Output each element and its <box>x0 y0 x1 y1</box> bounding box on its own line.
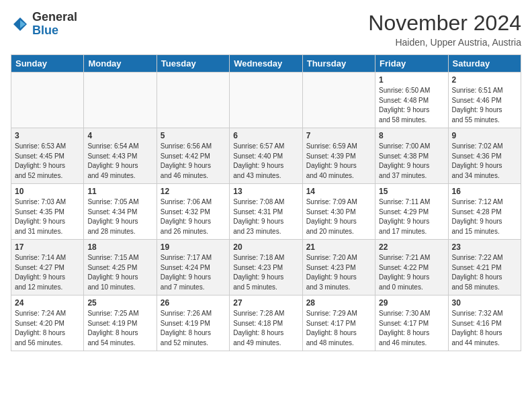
weekday-header: Wednesday <box>230 55 302 73</box>
calendar-cell: 7Sunrise: 6:59 AM Sunset: 4:39 PM Daylig… <box>302 128 375 184</box>
day-number: 13 <box>233 187 298 196</box>
calendar-cell: 20Sunrise: 7:18 AM Sunset: 4:23 PM Dayli… <box>230 240 302 295</box>
day-number: 12 <box>161 187 226 196</box>
calendar-cell: 3Sunrise: 6:53 AM Sunset: 4:45 PM Daylig… <box>11 128 84 184</box>
calendar-cell: 18Sunrise: 7:15 AM Sunset: 4:25 PM Dayli… <box>84 240 157 295</box>
day-number: 23 <box>452 242 517 252</box>
day-number: 10 <box>15 187 80 196</box>
weekday-header: Friday <box>375 55 448 73</box>
calendar-cell: 11Sunrise: 7:05 AM Sunset: 4:34 PM Dayli… <box>84 184 157 240</box>
day-info: Sunrise: 7:03 AM Sunset: 4:35 PM Dayligh… <box>15 197 80 236</box>
calendar-cell <box>11 73 84 128</box>
calendar-cell <box>84 73 157 128</box>
calendar-cell: 28Sunrise: 7:29 AM Sunset: 4:17 PM Dayli… <box>302 295 375 351</box>
day-info: Sunrise: 7:09 AM Sunset: 4:30 PM Dayligh… <box>306 197 371 236</box>
calendar-cell: 10Sunrise: 7:03 AM Sunset: 4:35 PM Dayli… <box>11 184 84 240</box>
day-info: Sunrise: 6:51 AM Sunset: 4:46 PM Dayligh… <box>452 86 517 125</box>
day-number: 5 <box>161 131 226 140</box>
day-info: Sunrise: 7:02 AM Sunset: 4:36 PM Dayligh… <box>452 142 517 181</box>
day-number: 22 <box>379 242 444 252</box>
day-number: 3 <box>15 131 80 140</box>
calendar-cell: 17Sunrise: 7:14 AM Sunset: 4:27 PM Dayli… <box>11 240 84 295</box>
day-info: Sunrise: 7:00 AM Sunset: 4:38 PM Dayligh… <box>379 142 444 181</box>
page-header: General Blue November 2024 Haiden, Upper… <box>11 11 521 48</box>
day-info: Sunrise: 7:22 AM Sunset: 4:21 PM Dayligh… <box>452 253 517 292</box>
day-info: Sunrise: 7:05 AM Sunset: 4:34 PM Dayligh… <box>87 197 152 236</box>
calendar-week-row: 1Sunrise: 6:50 AM Sunset: 4:48 PM Daylig… <box>11 73 521 128</box>
weekday-header: Thursday <box>302 55 375 73</box>
day-info: Sunrise: 7:20 AM Sunset: 4:23 PM Dayligh… <box>306 253 371 292</box>
calendar-cell: 2Sunrise: 6:51 AM Sunset: 4:46 PM Daylig… <box>448 73 521 128</box>
day-number: 1 <box>379 75 444 85</box>
calendar-cell: 29Sunrise: 7:30 AM Sunset: 4:17 PM Dayli… <box>375 295 448 351</box>
day-info: Sunrise: 7:17 AM Sunset: 4:24 PM Dayligh… <box>161 253 226 292</box>
calendar-week-row: 24Sunrise: 7:24 AM Sunset: 4:20 PM Dayli… <box>11 295 521 351</box>
calendar-cell: 13Sunrise: 7:08 AM Sunset: 4:31 PM Dayli… <box>230 184 302 240</box>
day-info: Sunrise: 7:21 AM Sunset: 4:22 PM Dayligh… <box>379 253 444 292</box>
weekday-header: Sunday <box>11 55 84 73</box>
logo-text: General Blue <box>32 11 77 38</box>
calendar-cell: 25Sunrise: 7:25 AM Sunset: 4:19 PM Dayli… <box>84 295 157 351</box>
calendar-cell: 23Sunrise: 7:22 AM Sunset: 4:21 PM Dayli… <box>448 240 521 295</box>
calendar-cell <box>230 73 302 128</box>
day-number: 27 <box>233 298 298 308</box>
day-info: Sunrise: 6:56 AM Sunset: 4:42 PM Dayligh… <box>161 142 226 181</box>
weekday-header-row: SundayMondayTuesdayWednesdayThursdayFrid… <box>11 55 521 73</box>
day-number: 7 <box>306 131 371 140</box>
day-info: Sunrise: 7:30 AM Sunset: 4:17 PM Dayligh… <box>379 309 444 348</box>
day-info: Sunrise: 7:29 AM Sunset: 4:17 PM Dayligh… <box>306 309 371 348</box>
weekday-header: Saturday <box>448 55 521 73</box>
day-info: Sunrise: 7:11 AM Sunset: 4:29 PM Dayligh… <box>379 197 444 236</box>
calendar-cell: 1Sunrise: 6:50 AM Sunset: 4:48 PM Daylig… <box>375 73 448 128</box>
day-number: 24 <box>15 298 80 308</box>
calendar-cell: 12Sunrise: 7:06 AM Sunset: 4:32 PM Dayli… <box>157 184 229 240</box>
location-subtitle: Haiden, Upper Austria, Austria <box>368 37 521 48</box>
calendar-cell: 9Sunrise: 7:02 AM Sunset: 4:36 PM Daylig… <box>448 128 521 184</box>
day-info: Sunrise: 7:06 AM Sunset: 4:32 PM Dayligh… <box>161 197 226 236</box>
day-number: 28 <box>306 298 371 308</box>
weekday-header: Tuesday <box>157 55 229 73</box>
calendar-cell: 6Sunrise: 6:57 AM Sunset: 4:40 PM Daylig… <box>230 128 302 184</box>
day-info: Sunrise: 7:32 AM Sunset: 4:16 PM Dayligh… <box>452 309 517 348</box>
day-number: 9 <box>452 131 517 140</box>
calendar-cell: 22Sunrise: 7:21 AM Sunset: 4:22 PM Dayli… <box>375 240 448 295</box>
calendar-cell: 15Sunrise: 7:11 AM Sunset: 4:29 PM Dayli… <box>375 184 448 240</box>
calendar-cell: 26Sunrise: 7:26 AM Sunset: 4:19 PM Dayli… <box>157 295 229 351</box>
day-number: 6 <box>233 131 298 140</box>
day-number: 16 <box>452 187 517 196</box>
day-info: Sunrise: 6:57 AM Sunset: 4:40 PM Dayligh… <box>233 142 298 181</box>
day-info: Sunrise: 7:28 AM Sunset: 4:18 PM Dayligh… <box>233 309 298 348</box>
day-info: Sunrise: 7:24 AM Sunset: 4:20 PM Dayligh… <box>15 309 80 348</box>
day-info: Sunrise: 7:26 AM Sunset: 4:19 PM Dayligh… <box>161 309 226 348</box>
calendar-cell: 4Sunrise: 6:54 AM Sunset: 4:43 PM Daylig… <box>84 128 157 184</box>
logo: General Blue <box>11 11 77 38</box>
calendar-cell: 16Sunrise: 7:12 AM Sunset: 4:28 PM Dayli… <box>448 184 521 240</box>
calendar-cell: 30Sunrise: 7:32 AM Sunset: 4:16 PM Dayli… <box>448 295 521 351</box>
day-number: 11 <box>87 187 152 196</box>
day-number: 30 <box>452 298 517 308</box>
day-info: Sunrise: 7:14 AM Sunset: 4:27 PM Dayligh… <box>15 253 80 292</box>
day-info: Sunrise: 6:50 AM Sunset: 4:48 PM Dayligh… <box>379 86 444 125</box>
day-info: Sunrise: 7:12 AM Sunset: 4:28 PM Dayligh… <box>452 197 517 236</box>
calendar-week-row: 10Sunrise: 7:03 AM Sunset: 4:35 PM Dayli… <box>11 184 521 240</box>
calendar-cell <box>157 73 229 128</box>
calendar-cell <box>302 73 375 128</box>
calendar-cell: 21Sunrise: 7:20 AM Sunset: 4:23 PM Dayli… <box>302 240 375 295</box>
day-number: 14 <box>306 187 371 196</box>
day-number: 25 <box>87 298 152 308</box>
weekday-header: Monday <box>84 55 157 73</box>
calendar-cell: 27Sunrise: 7:28 AM Sunset: 4:18 PM Dayli… <box>230 295 302 351</box>
day-info: Sunrise: 7:25 AM Sunset: 4:19 PM Dayligh… <box>87 309 152 348</box>
month-title: November 2024 <box>368 11 521 36</box>
day-info: Sunrise: 7:08 AM Sunset: 4:31 PM Dayligh… <box>233 197 298 236</box>
day-number: 26 <box>161 298 226 308</box>
day-info: Sunrise: 7:18 AM Sunset: 4:23 PM Dayligh… <box>233 253 298 292</box>
day-info: Sunrise: 6:53 AM Sunset: 4:45 PM Dayligh… <box>15 142 80 181</box>
day-number: 20 <box>233 242 298 252</box>
calendar-cell: 5Sunrise: 6:56 AM Sunset: 4:42 PM Daylig… <box>157 128 229 184</box>
day-number: 18 <box>87 242 152 252</box>
day-info: Sunrise: 6:54 AM Sunset: 4:43 PM Dayligh… <box>87 142 152 181</box>
day-number: 15 <box>379 187 444 196</box>
calendar-cell: 8Sunrise: 7:00 AM Sunset: 4:38 PM Daylig… <box>375 128 448 184</box>
day-number: 8 <box>379 131 444 140</box>
